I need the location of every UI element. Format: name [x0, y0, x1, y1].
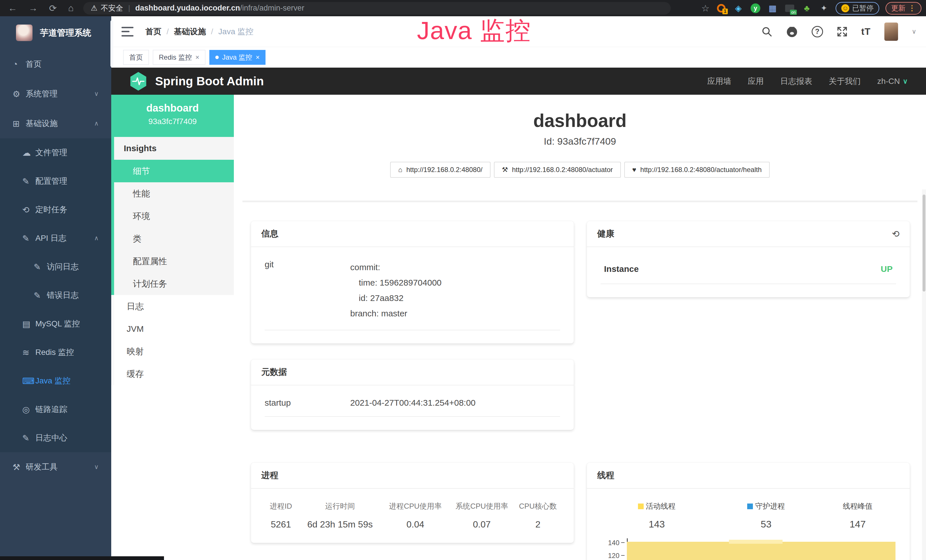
page-scrollbar-thumb[interactable]: [923, 195, 925, 292]
sidebar-item-dev-tools[interactable]: ⚒ 研发工具 ∨: [0, 452, 111, 482]
sidebar-item-label: Redis 监控: [35, 347, 74, 358]
sidebar-item-error-log[interactable]: ✎ 错误日志: [0, 281, 111, 310]
actuator-link[interactable]: ⚒ http://192.168.0.2:48080/actuator: [494, 162, 621, 178]
extension-orange-icon[interactable]: 1: [716, 3, 727, 14]
extension-onenote-icon[interactable]: on: [784, 3, 795, 14]
breadcrumb-infra[interactable]: 基础设施: [174, 26, 206, 37]
font-size-icon[interactable]: tT: [861, 26, 871, 37]
sba-menu-metrics[interactable]: 性能: [114, 182, 234, 205]
cards-grid: 信息 git commit: time: 1596289704000 id: 2…: [251, 221, 910, 560]
sidebar-item-infra[interactable]: ⊞ 基础设施 ∧: [0, 109, 111, 138]
update-button[interactable]: 更新 ⋮: [885, 2, 921, 15]
close-icon[interactable]: ×: [256, 53, 260, 61]
tag-java-monitor[interactable]: Java 监控 ×: [209, 50, 265, 65]
kebab-menu-icon[interactable]: ⋮: [908, 4, 916, 12]
eye-icon: ◎: [22, 404, 35, 415]
sba-menu-logs[interactable]: 日志: [111, 295, 234, 318]
sba-nav-journal[interactable]: 日志报表: [780, 76, 812, 87]
cell-value: 0.04: [383, 519, 448, 530]
tag-label: Java 监控: [222, 53, 252, 62]
app-sidebar: 芋道管理系统 ◔ 首页 ⚙ 系统管理 ∨ ⊞ 基础设施 ∧ ☁ 文件管理 ✎ 配…: [0, 16, 111, 560]
briefcase-icon: ⚒: [12, 462, 26, 472]
sidebar-item-config-manage[interactable]: ✎ 配置管理: [0, 167, 111, 195]
search-icon[interactable]: [761, 26, 772, 37]
language-label: zh-CN: [877, 77, 900, 86]
chevron-up-icon: ∧: [94, 120, 99, 127]
card-title: 元数据: [261, 366, 287, 378]
sidebar-item-redis-monitor[interactable]: ≋ Redis 监控: [0, 338, 111, 366]
breadcrumb-home[interactable]: 首页: [145, 26, 162, 37]
security-label[interactable]: 不安全: [101, 3, 123, 13]
sidebar-item-api-log[interactable]: ✎ API 日志 ∧: [0, 224, 111, 253]
sba-menu-config-props[interactable]: 配置属性: [114, 250, 234, 272]
back-icon[interactable]: ←: [8, 3, 17, 14]
reload-icon[interactable]: ⟳: [49, 3, 57, 14]
instance-home-link[interactable]: ⌂ http://192.168.0.2:48080/: [390, 162, 490, 178]
sidebar-item-label: 首页: [26, 59, 42, 70]
user-avatar[interactable]: [884, 23, 898, 41]
tag-label: 首页: [129, 53, 143, 62]
paused-label: 已暂停: [852, 3, 873, 13]
sba-nav-wallboard[interactable]: 应用墙: [707, 76, 731, 87]
health-link[interactable]: ♥ http://192.168.0.2:48080/actuator/heal…: [624, 162, 770, 178]
extension-y-icon[interactable]: y: [750, 3, 761, 14]
sidebar-item-mysql-monitor[interactable]: ▤ MySQL 监控: [0, 310, 111, 338]
sidebar-item-log-center[interactable]: ✎ 日志中心: [0, 424, 111, 452]
fullscreen-icon[interactable]: [837, 26, 847, 37]
sba-brand-title[interactable]: Spring Boot Admin: [155, 74, 264, 88]
sba-menu-scheduled-tasks[interactable]: 计划任务: [114, 272, 234, 295]
github-icon[interactable]: [786, 26, 798, 38]
sidebar-item-label: 配置管理: [35, 176, 67, 186]
sidebar-item-label: 系统管理: [26, 88, 57, 99]
bookmark-star-icon[interactable]: ☆: [701, 3, 710, 14]
gear-icon: ⚙: [12, 89, 26, 99]
sidebar-item-java-monitor[interactable]: ⌨ Java 监控: [0, 366, 111, 395]
sba-nav-applications[interactable]: 应用: [748, 76, 764, 87]
edit-icon: ✎: [22, 433, 35, 443]
sba-nav-language[interactable]: zh-CN ∨: [877, 77, 908, 86]
address-bar[interactable]: ⚠ 不安全 | dashboard.yudao.iocoder.cn/infra…: [83, 2, 671, 15]
sidebar-item-cron-job[interactable]: ⟲ 定时任务: [0, 195, 111, 224]
sba-nav-about[interactable]: 关于我们: [829, 76, 861, 87]
tag-redis-monitor[interactable]: Redis 监控 ×: [153, 50, 205, 65]
instance-name: dashboard: [111, 95, 234, 114]
forward-icon[interactable]: →: [29, 3, 38, 14]
sba-menu-classes[interactable]: 类: [114, 227, 234, 250]
paused-pill[interactable]: ☺ 已暂停: [835, 2, 879, 15]
sba-menu-mappings[interactable]: 映射: [111, 340, 234, 363]
extensions-puzzle-icon[interactable]: ✦: [819, 3, 829, 14]
home-icon: ⌂: [398, 166, 402, 174]
history-icon[interactable]: ⟲: [892, 229, 899, 239]
browser-home-icon[interactable]: ⌂: [68, 3, 74, 14]
database-icon: ▤: [22, 319, 35, 329]
sba-menu-caches[interactable]: 缓存: [111, 363, 234, 385]
extension-grid-icon[interactable]: ▦: [767, 3, 778, 14]
sidebar-item-tracer[interactable]: ◎ 链路追踪: [0, 395, 111, 424]
sba-menu-details[interactable]: 细节: [114, 160, 234, 182]
instance-links: ⌂ http://192.168.0.2:48080/ ⚒ http://192…: [234, 162, 926, 178]
hamburger-icon[interactable]: [121, 27, 133, 36]
extension-pin-icon[interactable]: ◈: [733, 3, 744, 14]
info-card-header: 信息: [251, 221, 574, 247]
help-icon[interactable]: ?: [812, 26, 823, 37]
sba-logo-icon[interactable]: [130, 72, 147, 91]
app-logo-row[interactable]: 芋道管理系统: [0, 16, 111, 49]
sidebar-item-access-log[interactable]: ✎ 访问日志: [0, 253, 111, 281]
sidebar-item-system[interactable]: ⚙ 系统管理 ∨: [0, 79, 111, 109]
breadcrumb-current: Java 监控: [218, 26, 254, 37]
tag-home[interactable]: 首页: [123, 50, 149, 65]
instance-header-block[interactable]: dashboard 93a3fc7f7409: [111, 95, 234, 137]
sba-nav: 应用墙 应用 日志报表 关于我们 zh-CN ∨: [707, 76, 908, 87]
extension-leaf-icon[interactable]: ♣: [801, 3, 812, 14]
sidebar-item-file-manage[interactable]: ☁ 文件管理: [0, 138, 111, 167]
sidebar-item-home[interactable]: ◔ 首页: [0, 49, 111, 79]
close-icon[interactable]: ×: [195, 53, 199, 61]
avatar-caret-icon[interactable]: ∨: [912, 28, 916, 35]
sidebar-scrollbar-thumb[interactable]: [110, 20, 113, 67]
edit-icon: ✎: [34, 262, 47, 272]
sba-menu-jvm[interactable]: JVM: [111, 318, 234, 340]
y-tick-label: 140: [601, 539, 619, 547]
infra-submenu: ☁ 文件管理 ✎ 配置管理 ⟲ 定时任务 ✎ API 日志 ∧ ✎ 访问日志 ✎…: [0, 138, 111, 452]
window-bottom-strip: [0, 556, 164, 560]
sba-menu-environment[interactable]: 环境: [114, 205, 234, 227]
